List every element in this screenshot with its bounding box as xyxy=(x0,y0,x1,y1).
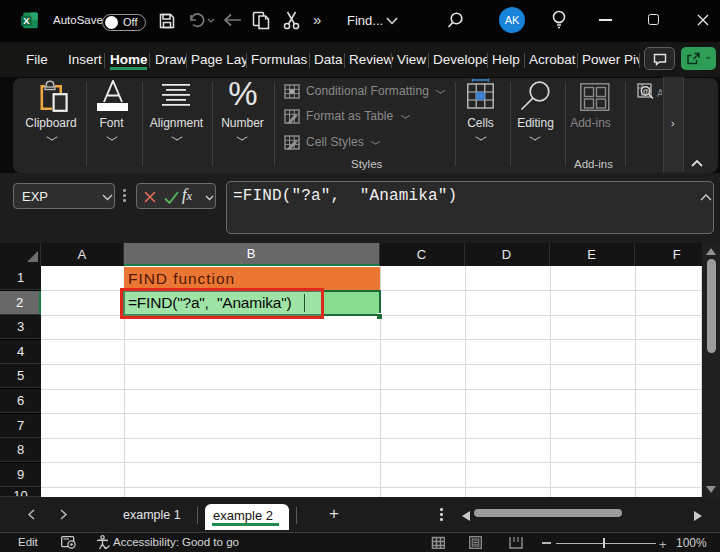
svg-text:@: @ xyxy=(642,88,649,95)
svg-text:X: X xyxy=(23,15,30,26)
